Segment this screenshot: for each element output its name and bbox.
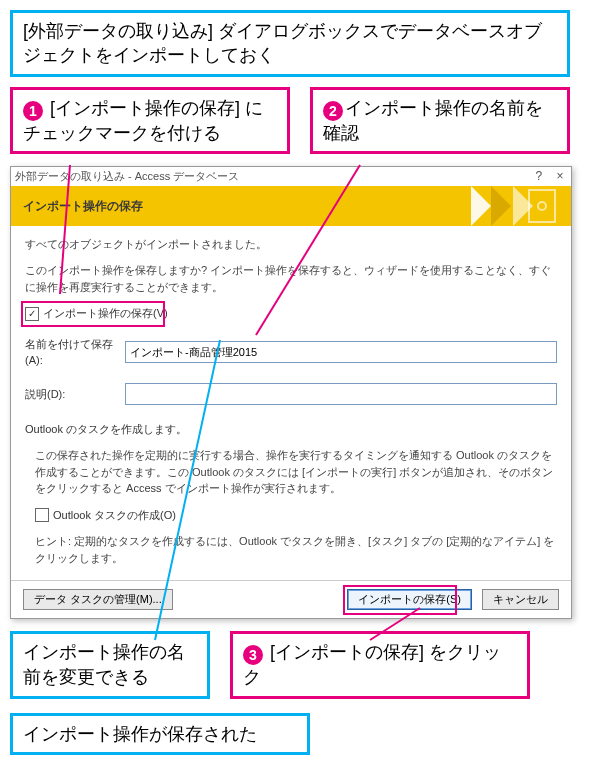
result-text: インポート操作が保存された [23, 724, 257, 744]
save-import-button[interactable]: インポートの保存(S) [347, 589, 472, 610]
outlook-task-checkbox-label: Outlook タスクの作成(O) [53, 507, 176, 524]
outlook-section-body: この保存された操作を定期的に実行する場合、操作を実行するタイミングを通知する O… [25, 447, 557, 497]
help-icon[interactable]: ? [532, 169, 546, 183]
banner-title: インポート操作の保存 [23, 198, 143, 215]
import-dialog: 外部データの取り込み - Access データベース ? × インポート操作の保… [10, 166, 572, 620]
save-question-text: このインポート操作を保存しますか? インポート操作を保存すると、ウィザードを使用… [25, 262, 557, 295]
step3-callout: 3 [インポートの保存] をクリック [230, 631, 530, 698]
dialog-footer: データ タスクの管理(M)... インポートの保存(S) キャンセル [11, 580, 571, 618]
step2-text: インポート操作の名前を確認 [323, 98, 543, 143]
close-icon[interactable]: × [553, 169, 567, 183]
dialog-titlebar: 外部データの取り込み - Access データベース ? × [11, 167, 571, 186]
result-callout: インポート操作が保存された [10, 713, 310, 755]
step1-number: 1 [23, 101, 43, 121]
save-import-checkbox-label: インポート操作の保存(V) [43, 305, 168, 322]
outlook-task-checkbox[interactable] [35, 508, 49, 522]
intro-text: [外部データの取り込み] ダイアログボックスでデータベースオブジェクトをインポー… [23, 21, 542, 65]
rename-note-callout: インポート操作の名前を変更できる [10, 631, 210, 698]
step1-callout: 1 [インポート操作の保存] にチェックマークを付ける [10, 87, 290, 154]
outlook-section-header: Outlook のタスクを作成します。 [25, 421, 557, 438]
all-imported-text: すべてのオブジェクトがインポートされました。 [25, 236, 557, 253]
banner-decoration-icon [441, 186, 561, 226]
step2-callout: 2インポート操作の名前を確認 [310, 87, 570, 154]
save-import-checkbox[interactable]: ✓ [25, 307, 39, 321]
step3-text: [インポートの保存] をクリック [243, 642, 501, 687]
dialog-body: すべてのオブジェクトがインポートされました。 このインポート操作を保存しますか?… [11, 226, 571, 581]
step3-number: 3 [243, 645, 263, 665]
window-controls: ? × [528, 169, 567, 183]
save-name-input[interactable] [125, 341, 557, 363]
svg-marker-1 [491, 186, 511, 226]
manage-data-tasks-button[interactable]: データ タスクの管理(M)... [23, 589, 173, 610]
cancel-button[interactable]: キャンセル [482, 589, 559, 610]
dialog-title-text: 外部データの取り込み - Access データベース [15, 169, 239, 184]
svg-marker-0 [471, 186, 491, 226]
step2-number: 2 [323, 101, 343, 121]
rename-note-text: インポート操作の名前を変更できる [23, 642, 185, 686]
dialog-banner: インポート操作の保存 [11, 186, 571, 226]
description-field-label: 説明(D): [25, 386, 125, 403]
intro-callout: [外部データの取り込み] ダイアログボックスでデータベースオブジェクトをインポー… [10, 10, 570, 77]
outlook-hint-text: ヒント: 定期的なタスクを作成するには、Outlook でタスクを開き、[タスク… [25, 533, 557, 566]
step1-text: [インポート操作の保存] にチェックマークを付ける [23, 98, 263, 143]
description-input[interactable] [125, 383, 557, 405]
svg-point-4 [538, 202, 546, 210]
name-field-label: 名前を付けて保存(A): [25, 336, 125, 369]
